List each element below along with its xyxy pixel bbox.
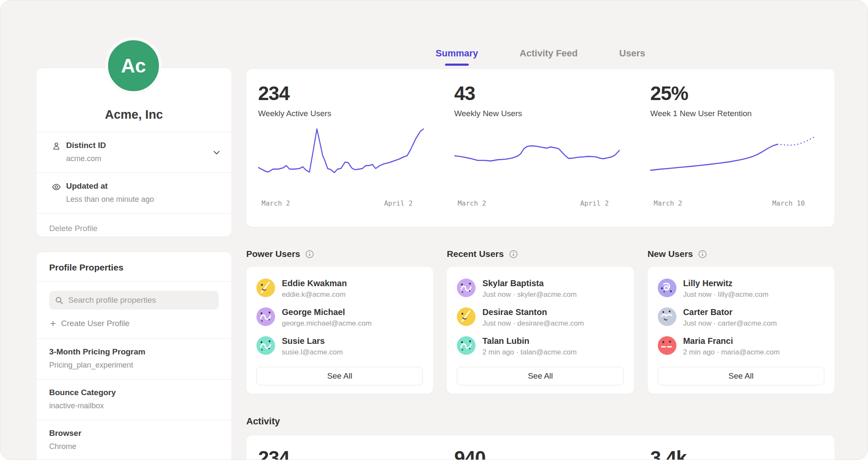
- stat-week1-retention: 25% Week 1 New User Retention March 2 Ma…: [638, 82, 835, 227]
- user-meta: Just now · carter@acme.com: [683, 319, 777, 328]
- new-users-section: New Users Lilly Herwitz Just now · lilly…: [648, 247, 835, 394]
- see-all-button[interactable]: See All: [658, 367, 824, 385]
- user-meta: Just now · desirare@acme.com: [482, 319, 584, 328]
- user-row[interactable]: Carter Bator Just now · carter@acme.com: [658, 307, 824, 328]
- axis-label-left: March 2: [458, 199, 486, 207]
- profile-properties-search[interactable]: [49, 291, 219, 309]
- x-axis-labels: March 2 April 2: [258, 199, 424, 207]
- user-row[interactable]: George Michael george.michael@acme.com: [256, 307, 423, 328]
- section-header: Recent Users: [447, 247, 634, 261]
- distinct-id-row[interactable]: Distinct ID acme.com: [36, 132, 231, 173]
- stat-label: Weekly New Users: [454, 109, 620, 118]
- weekly-new-users-chart: [454, 124, 620, 194]
- axis-label-left: March 2: [654, 199, 682, 207]
- company-avatar-initials: Ac: [121, 54, 146, 77]
- activity-stat-value: 3.4k: [638, 446, 835, 460]
- stat-label: Weekly Active Users: [258, 109, 424, 118]
- axis-label-left: March 2: [262, 199, 290, 207]
- user-avatar: [457, 307, 476, 326]
- user-meta: george.michael@acme.com: [282, 319, 372, 328]
- user-avatar: [256, 336, 275, 355]
- stat-value: 25%: [650, 82, 816, 105]
- property-value: Chrome: [49, 442, 219, 451]
- info-icon[interactable]: [305, 250, 314, 259]
- user-name: Carter Bator: [683, 307, 777, 317]
- section-header: Power Users: [246, 247, 433, 261]
- stat-weekly-new-users: 43 Weekly New Users March 2 April 2: [442, 82, 639, 227]
- tab-bar: Summary Activity Feed Users: [246, 48, 835, 66]
- property-value: Pricing_plan_experiment: [49, 361, 219, 370]
- week1-retention-chart: [650, 124, 816, 194]
- x-axis-labels: March 2 March 10: [650, 199, 816, 207]
- user-name: George Michael: [282, 307, 372, 317]
- user-row[interactable]: Talan Lubin 2 min ago · talan@acme.com: [457, 336, 623, 357]
- user-avatar: [457, 336, 476, 355]
- summary-stats-card: 234 Weekly Active Users March 2 April 2 …: [246, 69, 835, 227]
- user-name: Skylar Baptista: [482, 279, 576, 288]
- power-users-card: Eddie Kwakman eddie.k@acme.com George Mi…: [246, 267, 433, 394]
- recent-users-section: Recent Users Skylar Baptista Just now · …: [447, 247, 634, 394]
- property-label: Bounce Category: [49, 388, 219, 397]
- tab-users[interactable]: Users: [619, 48, 645, 66]
- property-item[interactable]: Bounce Category inactive-mailbox: [36, 379, 231, 420]
- stat-value: 234: [258, 82, 424, 105]
- activity-stat-value: 940: [442, 446, 639, 460]
- stat-weekly-active-users: 234 Weekly Active Users March 2 April 2: [246, 82, 442, 227]
- user-row[interactable]: Skylar Baptista Just now · skyler@acme.c…: [457, 279, 623, 299]
- user-name: Eddie Kwakman: [282, 279, 347, 288]
- user-avatar: [658, 307, 676, 326]
- user-row[interactable]: Desirae Stanton Just now · desirare@acme…: [457, 307, 623, 328]
- activity-section: Activity 234 940 3.4k: [246, 416, 835, 460]
- eye-icon: [52, 182, 61, 192]
- field-value: Less than one minute ago: [66, 195, 208, 204]
- search-icon: [55, 296, 63, 304]
- person-icon: [52, 142, 61, 151]
- stat-value: 43: [454, 82, 620, 105]
- property-label: Browser: [49, 429, 219, 438]
- search-input[interactable]: [67, 295, 213, 305]
- delete-profile-button[interactable]: Delete Profile: [36, 214, 231, 243]
- property-value: inactive-mailbox: [49, 401, 219, 410]
- activity-stat-value: 234: [246, 446, 442, 460]
- section-title: Power Users: [246, 249, 300, 259]
- user-meta: susie.l@acme.com: [282, 348, 343, 357]
- axis-label-right: March 10: [772, 199, 805, 207]
- divider: [36, 281, 231, 282]
- property-item[interactable]: 3-Month Pricing Program Pricing_plan_exp…: [36, 339, 231, 379]
- user-row[interactable]: Eddie Kwakman eddie.k@acme.com: [256, 279, 423, 299]
- user-meta: eddie.k@acme.com: [282, 290, 347, 299]
- user-meta: 2 min ago · maria@acme.com: [683, 348, 780, 357]
- plus-icon: +: [50, 320, 56, 327]
- see-all-button[interactable]: See All: [256, 367, 423, 385]
- axis-label-right: April 2: [580, 199, 609, 207]
- user-avatar: [256, 307, 275, 326]
- activity-title: Activity: [246, 416, 835, 427]
- user-name: Talan Lubin: [482, 336, 576, 346]
- chevron-down-icon[interactable]: [213, 149, 220, 156]
- field-label: Updated at: [66, 181, 208, 191]
- user-meta: Just now · skyler@acme.com: [482, 290, 576, 299]
- updated-at-row: Updated at Less than one minute ago: [36, 173, 231, 213]
- see-all-button[interactable]: See All: [457, 367, 623, 385]
- user-row[interactable]: Maria Franci 2 min ago · maria@acme.com: [658, 336, 824, 357]
- info-icon[interactable]: [509, 250, 518, 259]
- user-avatar: [658, 336, 676, 355]
- user-name: Maria Franci: [683, 336, 780, 346]
- tab-activity-feed[interactable]: Activity Feed: [520, 48, 578, 66]
- user-row[interactable]: Susie Lars susie.l@acme.com: [256, 336, 423, 357]
- info-icon[interactable]: [698, 250, 707, 259]
- user-row[interactable]: Lilly Herwitz Just now · lilly@acme.com: [658, 279, 824, 299]
- user-name: Susie Lars: [282, 336, 343, 346]
- user-name: Lilly Herwitz: [683, 279, 768, 288]
- tab-summary[interactable]: Summary: [436, 48, 478, 66]
- axis-label-right: April 2: [384, 199, 412, 207]
- weekly-active-users-chart: [258, 124, 424, 194]
- create-user-profile-button[interactable]: + Create User Profile: [36, 309, 231, 338]
- user-sections: Power Users Eddie Kwakman eddie.k@acme.c…: [246, 247, 835, 394]
- property-item[interactable]: Browser Chrome: [36, 420, 231, 460]
- user-meta: 2 min ago · talan@acme.com: [482, 348, 576, 357]
- property-label: 3-Month Pricing Program: [49, 347, 219, 357]
- app-window: Ac Acme, Inc Distinct ID acme.com: [0, 0, 868, 460]
- stat-label: Week 1 New User Retention: [650, 109, 816, 118]
- field-value: acme.com: [66, 154, 208, 163]
